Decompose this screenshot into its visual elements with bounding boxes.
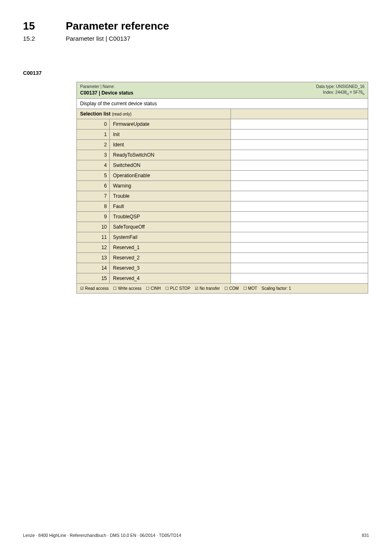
row-label: Reserved_1 — [110, 243, 231, 252]
row-label: Reserved_4 — [110, 273, 231, 283]
table-row: 13Reserved_2 — [77, 253, 368, 263]
row-code: 14 — [77, 263, 110, 273]
row-label: SystemFail — [110, 232, 231, 242]
row-code: 8 — [77, 201, 110, 211]
row-label: SwitchedON — [110, 160, 231, 170]
parameter-header-label: Parameter | Name: — [80, 84, 133, 90]
row-label: ReadyToSwitchON — [110, 150, 231, 160]
row-blank — [231, 119, 368, 129]
row-code: 1 — [77, 130, 110, 139]
row-blank — [231, 243, 368, 252]
selection-list-header: Selection list (read only) — [77, 109, 368, 119]
row-blank — [231, 140, 368, 150]
row-code: 12 — [77, 243, 110, 252]
parameter-id: C00137 — [23, 70, 369, 76]
row-blank — [231, 150, 368, 160]
row-code: 0 — [77, 119, 110, 129]
parameter-table-footer: ☑ Read access ☐ Write access ☐ CINH ☐ PL… — [77, 284, 368, 293]
table-row: 0FirmwareUpdate — [77, 119, 368, 130]
row-label: Trouble — [110, 191, 231, 201]
chapter-title: Parameter reference — [66, 20, 169, 32]
parameter-table: Parameter | Name: C00137 | Device status… — [76, 82, 368, 294]
parameter-header-name: C00137 | Device status — [80, 90, 133, 96]
footer-write-access: ☐ Write access — [113, 286, 141, 291]
row-code: 15 — [77, 273, 110, 283]
footer-read-access: ☑ Read access — [80, 286, 109, 291]
row-blank — [231, 160, 368, 170]
parameter-code: C00137 — [80, 90, 97, 96]
selection-list-readonly-text: (read only) — [112, 112, 131, 116]
row-blank — [231, 263, 368, 273]
section-title: Parameter list | C00137 — [66, 35, 130, 42]
row-code: 9 — [77, 212, 110, 222]
row-label: Init — [110, 130, 231, 139]
row-label: Reserved_2 — [110, 253, 231, 263]
table-row: 3ReadyToSwitchON — [77, 150, 368, 160]
footer-cinh: ☐ CINH — [146, 286, 161, 291]
footer-com: ☐ COM — [224, 286, 239, 291]
row-code: 11 — [77, 232, 110, 242]
table-row: 14Reserved_3 — [77, 263, 368, 273]
row-code: 6 — [77, 181, 110, 191]
row-code: 7 — [77, 191, 110, 201]
row-label: Warning — [110, 181, 231, 191]
section-number: 15.2 — [23, 35, 44, 42]
selection-rows: 0FirmwareUpdate1Init2Ident3ReadyToSwitch… — [77, 119, 368, 284]
table-row: 11SystemFail — [77, 232, 368, 243]
parameter-sep: | — [97, 90, 101, 96]
footer-plc-stop: ☐ PLC STOP — [165, 286, 190, 291]
row-label: Ident — [110, 140, 231, 150]
row-code: 2 — [77, 140, 110, 150]
parameter-index: Index: 24438d = 5F76h — [316, 90, 364, 97]
table-row: 2Ident — [77, 140, 368, 150]
row-blank — [231, 232, 368, 242]
parameter-table-header: Parameter | Name: C00137 | Device status… — [77, 82, 368, 99]
footer-no-transfer: ☑ No transfer — [195, 286, 220, 291]
row-label: OperationEnable — [110, 171, 231, 180]
row-label: TroubleQSP — [110, 212, 231, 222]
chapter-number: 15 — [23, 20, 44, 32]
table-row: 10SafeTorqueOff — [77, 222, 368, 232]
page-footer-right: 831 — [362, 533, 369, 538]
row-code: 3 — [77, 150, 110, 160]
row-blank — [231, 181, 368, 191]
footer-scaling: Scaling factor: 1 — [262, 286, 291, 291]
table-row: 15Reserved_4 — [77, 273, 368, 284]
row-label: Reserved_3 — [110, 263, 231, 273]
page-footer-left: Lenze · 8400 HighLine · Referenzhandbuch… — [23, 533, 181, 538]
selection-list-label: Selection list — [80, 111, 111, 117]
row-blank — [231, 191, 368, 201]
row-blank — [231, 273, 368, 283]
row-code: 13 — [77, 253, 110, 263]
page-footer: Lenze · 8400 HighLine · Referenzhandbuch… — [23, 533, 369, 538]
table-row: 6Warning — [77, 181, 368, 191]
row-code: 5 — [77, 171, 110, 180]
parameter-description: Display of the current device status — [77, 99, 368, 109]
table-row: 1Init — [77, 130, 368, 140]
table-row: 8Fault — [77, 201, 368, 212]
row-blank — [231, 171, 368, 180]
row-blank — [231, 222, 368, 232]
row-blank — [231, 130, 368, 139]
row-label: Fault — [110, 201, 231, 211]
parameter-data-type: Data type: UNSIGNED_16 — [316, 84, 364, 90]
table-row: 12Reserved_1 — [77, 243, 368, 253]
parameter-title: Device status — [101, 90, 133, 96]
separator-rule: _ _ _ _ _ _ _ _ _ _ _ _ _ _ _ _ _ _ _ _ … — [23, 53, 369, 59]
table-row: 5OperationEnable — [77, 171, 368, 181]
row-code: 4 — [77, 160, 110, 170]
footer-mot: ☐ MOT — [243, 286, 257, 291]
table-row: 4SwitchedON — [77, 160, 368, 171]
row-blank — [231, 212, 368, 222]
table-row: 9TroubleQSP — [77, 212, 368, 222]
table-row: 7Trouble — [77, 191, 368, 201]
row-blank — [231, 253, 368, 263]
row-label: FirmwareUpdate — [110, 119, 231, 129]
row-label: SafeTorqueOff — [110, 222, 231, 232]
row-code: 10 — [77, 222, 110, 232]
row-blank — [231, 201, 368, 211]
